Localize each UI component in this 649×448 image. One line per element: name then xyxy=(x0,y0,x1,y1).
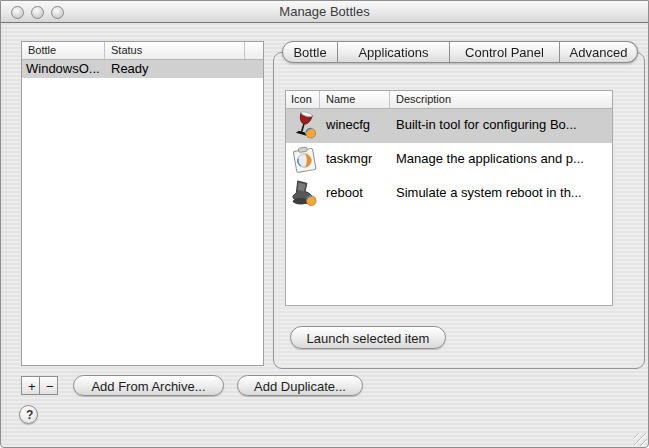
bottle-status: Ready xyxy=(111,61,149,76)
remove-bottle-button[interactable]: − xyxy=(39,376,58,395)
tab-bar: Bottle Applications Control Panel Advanc… xyxy=(282,41,638,63)
app-row-taskmgr[interactable]: taskmgr Manage the applications and p... xyxy=(286,143,612,177)
manage-bottles-window: Manage Bottles Bottle Status WindowsO...… xyxy=(0,0,649,448)
bottles-table: Bottle Status WindowsO... Ready xyxy=(21,41,264,366)
bottles-table-header: Bottle Status xyxy=(22,42,263,60)
app-description: Built-in tool for configuring Bo... xyxy=(396,117,577,132)
tab-advanced[interactable]: Advanced xyxy=(560,41,638,63)
winecfg-icon xyxy=(289,110,320,141)
title-bar[interactable]: Manage Bottles xyxy=(1,1,648,23)
app-row-reboot[interactable]: reboot Simulate a system reboot in th... xyxy=(286,177,612,211)
tab-bottle[interactable]: Bottle xyxy=(282,41,338,63)
app-description: Manage the applications and p... xyxy=(396,151,584,166)
launch-selected-item-button[interactable]: Launch selected item xyxy=(290,326,446,349)
add-duplicate-button[interactable]: Add Duplicate... xyxy=(237,375,363,396)
add-from-archive-button[interactable]: Add From Archive... xyxy=(73,375,224,396)
app-name: taskmgr xyxy=(326,151,372,166)
tab-applications[interactable]: Applications xyxy=(338,41,450,63)
column-divider[interactable] xyxy=(244,42,245,59)
taskmgr-icon xyxy=(289,144,320,175)
app-description: Simulate a system reboot in th... xyxy=(396,185,582,200)
app-name: winecfg xyxy=(326,117,370,132)
column-header-description[interactable]: Description xyxy=(396,93,451,105)
reboot-icon xyxy=(289,178,320,209)
bottle-row-selected[interactable]: WindowsO... Ready xyxy=(22,60,263,78)
column-header-icon[interactable]: Icon xyxy=(291,93,312,105)
tab-control-panel[interactable]: Control Panel xyxy=(450,41,560,63)
column-divider[interactable] xyxy=(389,91,390,108)
applications-list-header: Icon Name Description xyxy=(286,91,612,109)
bottle-name: WindowsO... xyxy=(26,61,100,76)
app-row-winecfg[interactable]: winecfg Built-in tool for configuring Bo… xyxy=(286,109,612,143)
window-title: Manage Bottles xyxy=(1,4,648,19)
applications-list: Icon Name Description xyxy=(285,90,613,306)
app-name: reboot xyxy=(326,185,363,200)
column-divider[interactable] xyxy=(319,91,320,108)
resize-grip[interactable] xyxy=(634,433,647,446)
help-button[interactable]: ? xyxy=(19,405,38,424)
column-divider[interactable] xyxy=(104,42,105,59)
add-bottle-button[interactable]: + xyxy=(21,376,40,395)
column-header-bottle[interactable]: Bottle xyxy=(28,44,56,56)
column-header-name[interactable]: Name xyxy=(326,93,355,105)
tab-content-panel: Icon Name Description xyxy=(273,52,645,369)
column-header-status[interactable]: Status xyxy=(111,44,142,56)
